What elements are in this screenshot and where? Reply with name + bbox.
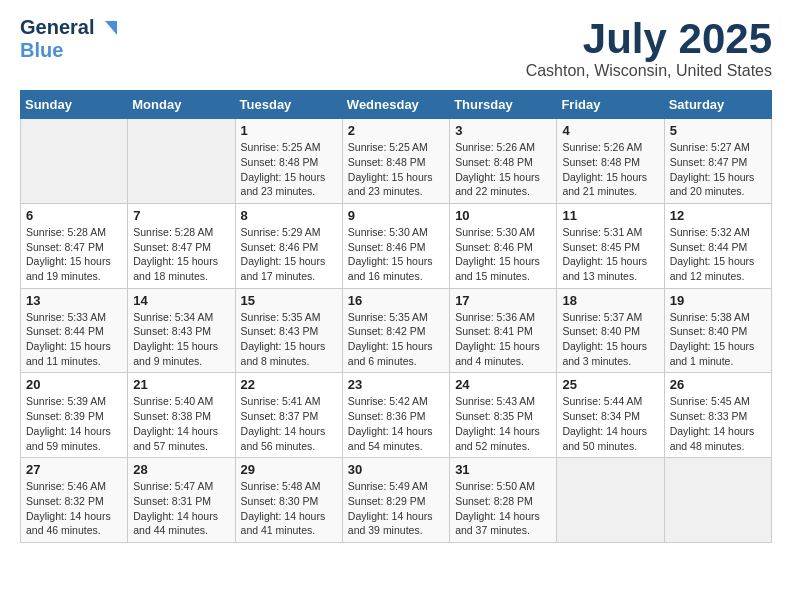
day-info: Sunrise: 5:30 AMSunset: 8:46 PMDaylight:… — [455, 225, 551, 284]
calendar-day-24: 24Sunrise: 5:43 AMSunset: 8:35 PMDayligh… — [450, 373, 557, 458]
day-info: Sunrise: 5:34 AMSunset: 8:43 PMDaylight:… — [133, 310, 229, 369]
calendar-day-16: 16Sunrise: 5:35 AMSunset: 8:42 PMDayligh… — [342, 288, 449, 373]
day-info: Sunrise: 5:30 AMSunset: 8:46 PMDaylight:… — [348, 225, 444, 284]
day-number: 9 — [348, 208, 444, 223]
day-number: 11 — [562, 208, 658, 223]
day-number: 24 — [455, 377, 551, 392]
calendar-day-27: 27Sunrise: 5:46 AMSunset: 8:32 PMDayligh… — [21, 458, 128, 543]
calendar-header-row: SundayMondayTuesdayWednesdayThursdayFrid… — [21, 91, 772, 119]
day-number: 22 — [241, 377, 337, 392]
calendar-day-15: 15Sunrise: 5:35 AMSunset: 8:43 PMDayligh… — [235, 288, 342, 373]
page-subtitle: Cashton, Wisconsin, United States — [526, 62, 772, 80]
calendar-empty-cell — [664, 458, 771, 543]
title-block: July 2025 Cashton, Wisconsin, United Sta… — [526, 16, 772, 80]
calendar-day-8: 8Sunrise: 5:29 AMSunset: 8:46 PMDaylight… — [235, 203, 342, 288]
day-info: Sunrise: 5:47 AMSunset: 8:31 PMDaylight:… — [133, 479, 229, 538]
day-number: 5 — [670, 123, 766, 138]
calendar-week-row: 20Sunrise: 5:39 AMSunset: 8:39 PMDayligh… — [21, 373, 772, 458]
day-number: 21 — [133, 377, 229, 392]
day-number: 29 — [241, 462, 337, 477]
day-number: 8 — [241, 208, 337, 223]
calendar-day-5: 5Sunrise: 5:27 AMSunset: 8:47 PMDaylight… — [664, 119, 771, 204]
calendar-week-row: 6Sunrise: 5:28 AMSunset: 8:47 PMDaylight… — [21, 203, 772, 288]
calendar-day-6: 6Sunrise: 5:28 AMSunset: 8:47 PMDaylight… — [21, 203, 128, 288]
logo-general-text: General — [20, 16, 94, 39]
calendar-day-14: 14Sunrise: 5:34 AMSunset: 8:43 PMDayligh… — [128, 288, 235, 373]
calendar-empty-cell — [128, 119, 235, 204]
calendar-day-20: 20Sunrise: 5:39 AMSunset: 8:39 PMDayligh… — [21, 373, 128, 458]
day-info: Sunrise: 5:33 AMSunset: 8:44 PMDaylight:… — [26, 310, 122, 369]
page-title: July 2025 — [526, 16, 772, 62]
day-number: 19 — [670, 293, 766, 308]
day-number: 23 — [348, 377, 444, 392]
calendar-empty-cell — [21, 119, 128, 204]
day-info: Sunrise: 5:25 AMSunset: 8:48 PMDaylight:… — [348, 140, 444, 199]
calendar-day-19: 19Sunrise: 5:38 AMSunset: 8:40 PMDayligh… — [664, 288, 771, 373]
day-number: 20 — [26, 377, 122, 392]
calendar-day-18: 18Sunrise: 5:37 AMSunset: 8:40 PMDayligh… — [557, 288, 664, 373]
calendar-day-21: 21Sunrise: 5:40 AMSunset: 8:38 PMDayligh… — [128, 373, 235, 458]
day-number: 2 — [348, 123, 444, 138]
day-number: 16 — [348, 293, 444, 308]
day-number: 25 — [562, 377, 658, 392]
day-info: Sunrise: 5:40 AMSunset: 8:38 PMDaylight:… — [133, 394, 229, 453]
calendar-day-23: 23Sunrise: 5:42 AMSunset: 8:36 PMDayligh… — [342, 373, 449, 458]
calendar-day-12: 12Sunrise: 5:32 AMSunset: 8:44 PMDayligh… — [664, 203, 771, 288]
calendar-day-3: 3Sunrise: 5:26 AMSunset: 8:48 PMDaylight… — [450, 119, 557, 204]
day-info: Sunrise: 5:43 AMSunset: 8:35 PMDaylight:… — [455, 394, 551, 453]
col-header-friday: Friday — [557, 91, 664, 119]
calendar-day-2: 2Sunrise: 5:25 AMSunset: 8:48 PMDaylight… — [342, 119, 449, 204]
day-info: Sunrise: 5:26 AMSunset: 8:48 PMDaylight:… — [562, 140, 658, 199]
calendar-day-1: 1Sunrise: 5:25 AMSunset: 8:48 PMDaylight… — [235, 119, 342, 204]
day-number: 13 — [26, 293, 122, 308]
col-header-monday: Monday — [128, 91, 235, 119]
calendar-day-30: 30Sunrise: 5:49 AMSunset: 8:29 PMDayligh… — [342, 458, 449, 543]
day-info: Sunrise: 5:46 AMSunset: 8:32 PMDaylight:… — [26, 479, 122, 538]
logo-blue-text: Blue — [20, 39, 63, 61]
day-number: 1 — [241, 123, 337, 138]
day-info: Sunrise: 5:41 AMSunset: 8:37 PMDaylight:… — [241, 394, 337, 453]
day-info: Sunrise: 5:42 AMSunset: 8:36 PMDaylight:… — [348, 394, 444, 453]
day-info: Sunrise: 5:49 AMSunset: 8:29 PMDaylight:… — [348, 479, 444, 538]
day-info: Sunrise: 5:44 AMSunset: 8:34 PMDaylight:… — [562, 394, 658, 453]
day-info: Sunrise: 5:28 AMSunset: 8:47 PMDaylight:… — [133, 225, 229, 284]
day-number: 4 — [562, 123, 658, 138]
day-info: Sunrise: 5:25 AMSunset: 8:48 PMDaylight:… — [241, 140, 337, 199]
day-number: 7 — [133, 208, 229, 223]
day-info: Sunrise: 5:39 AMSunset: 8:39 PMDaylight:… — [26, 394, 122, 453]
calendar-day-17: 17Sunrise: 5:36 AMSunset: 8:41 PMDayligh… — [450, 288, 557, 373]
calendar-table: SundayMondayTuesdayWednesdayThursdayFrid… — [20, 90, 772, 543]
calendar-day-13: 13Sunrise: 5:33 AMSunset: 8:44 PMDayligh… — [21, 288, 128, 373]
day-info: Sunrise: 5:50 AMSunset: 8:28 PMDaylight:… — [455, 479, 551, 538]
day-number: 30 — [348, 462, 444, 477]
day-number: 17 — [455, 293, 551, 308]
col-header-tuesday: Tuesday — [235, 91, 342, 119]
day-info: Sunrise: 5:31 AMSunset: 8:45 PMDaylight:… — [562, 225, 658, 284]
calendar-day-4: 4Sunrise: 5:26 AMSunset: 8:48 PMDaylight… — [557, 119, 664, 204]
page-header: General Blue July 2025 Cashton, Wisconsi… — [20, 16, 772, 80]
day-info: Sunrise: 5:28 AMSunset: 8:47 PMDaylight:… — [26, 225, 122, 284]
day-number: 6 — [26, 208, 122, 223]
day-info: Sunrise: 5:35 AMSunset: 8:43 PMDaylight:… — [241, 310, 337, 369]
calendar-week-row: 27Sunrise: 5:46 AMSunset: 8:32 PMDayligh… — [21, 458, 772, 543]
day-info: Sunrise: 5:36 AMSunset: 8:41 PMDaylight:… — [455, 310, 551, 369]
calendar-day-7: 7Sunrise: 5:28 AMSunset: 8:47 PMDaylight… — [128, 203, 235, 288]
day-number: 3 — [455, 123, 551, 138]
day-info: Sunrise: 5:32 AMSunset: 8:44 PMDaylight:… — [670, 225, 766, 284]
calendar-day-9: 9Sunrise: 5:30 AMSunset: 8:46 PMDaylight… — [342, 203, 449, 288]
day-number: 14 — [133, 293, 229, 308]
logo-icon — [97, 17, 119, 39]
day-info: Sunrise: 5:27 AMSunset: 8:47 PMDaylight:… — [670, 140, 766, 199]
day-info: Sunrise: 5:38 AMSunset: 8:40 PMDaylight:… — [670, 310, 766, 369]
day-info: Sunrise: 5:26 AMSunset: 8:48 PMDaylight:… — [455, 140, 551, 199]
calendar-week-row: 13Sunrise: 5:33 AMSunset: 8:44 PMDayligh… — [21, 288, 772, 373]
calendar-day-29: 29Sunrise: 5:48 AMSunset: 8:30 PMDayligh… — [235, 458, 342, 543]
col-header-sunday: Sunday — [21, 91, 128, 119]
day-number: 31 — [455, 462, 551, 477]
calendar-day-11: 11Sunrise: 5:31 AMSunset: 8:45 PMDayligh… — [557, 203, 664, 288]
calendar-day-26: 26Sunrise: 5:45 AMSunset: 8:33 PMDayligh… — [664, 373, 771, 458]
day-number: 26 — [670, 377, 766, 392]
day-info: Sunrise: 5:48 AMSunset: 8:30 PMDaylight:… — [241, 479, 337, 538]
calendar-day-25: 25Sunrise: 5:44 AMSunset: 8:34 PMDayligh… — [557, 373, 664, 458]
calendar-week-row: 1Sunrise: 5:25 AMSunset: 8:48 PMDaylight… — [21, 119, 772, 204]
